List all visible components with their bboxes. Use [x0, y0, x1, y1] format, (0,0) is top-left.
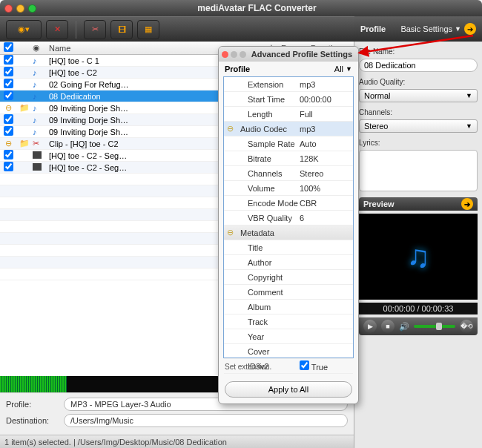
merge-button[interactable]: ▦ — [137, 20, 159, 39]
apply-to-all-button[interactable]: Apply to All — [225, 381, 352, 398]
adv-value[interactable]: Auto — [300, 139, 353, 148]
adv-zoom-button[interactable] — [240, 51, 246, 58]
adv-profile-label: Profile — [225, 65, 250, 73]
row-checkbox[interactable] — [4, 150, 13, 159]
expand-preview-button[interactable]: ➔ — [461, 198, 473, 210]
row-checkbox[interactable] — [4, 162, 13, 171]
adv-value[interactable]: True — [300, 360, 353, 372]
adv-value[interactable]: Stereo — [300, 169, 353, 178]
row-checkbox[interactable] — [4, 79, 13, 88]
adv-key: Length — [236, 110, 300, 119]
expand-profile-button[interactable]: ➔ — [464, 23, 476, 35]
adv-row[interactable]: ⊖Audio Codecmp3 — [224, 122, 353, 136]
adv-value[interactable]: 00:00:00 — [300, 95, 353, 104]
adv-minimize-button[interactable] — [231, 51, 237, 58]
profile-header-label: Profile — [360, 24, 386, 33]
lyrics-textarea[interactable] — [359, 150, 478, 191]
adv-row[interactable]: Bitrate128K — [224, 151, 353, 166]
disc-icon: ◉▾ — [18, 24, 30, 34]
music-icon: ♪ — [33, 116, 37, 125]
collapse-icon[interactable]: ⊖ — [5, 139, 12, 148]
adv-row[interactable]: Copyright — [224, 270, 353, 285]
adv-row[interactable]: Volume100% — [224, 181, 353, 196]
adv-property-list[interactable]: Extensionmp3Start Time00:00:00LengthFull… — [223, 76, 354, 358]
x-icon: ✕ — [54, 24, 61, 34]
scissors-icon: ✂ — [92, 24, 99, 34]
zoom-window-button[interactable] — [28, 4, 36, 13]
music-icon: ♪ — [33, 104, 37, 113]
preview-header: Preview ➔ — [359, 197, 478, 211]
adv-row[interactable]: Start Time00:00:00 — [224, 92, 353, 107]
adv-key: Encode Mode — [236, 199, 300, 208]
adv-value[interactable]: mp3 — [300, 125, 353, 134]
adv-value[interactable]: 128K — [300, 154, 353, 163]
adv-key: VBR Quality — [236, 214, 300, 223]
adv-row[interactable]: VBR Quality6 — [224, 211, 353, 225]
group-toggle-icon[interactable]: ⊖ — [224, 228, 236, 237]
adv-row[interactable]: Track — [224, 314, 353, 329]
row-checkbox[interactable] — [4, 67, 13, 76]
adv-row[interactable]: Comment — [224, 285, 353, 300]
folder-icon: 📁 — [19, 103, 30, 112]
snapshot-button[interactable]: �⟲ — [460, 320, 473, 333]
adv-key: Extension — [236, 80, 300, 89]
minimize-window-button[interactable] — [16, 4, 24, 13]
audio-quality-label: Audio Quality: — [359, 78, 478, 86]
volume-icon: 🔊 — [399, 322, 409, 332]
advanced-profile-window[interactable]: Advanced Profile Settings Profile All▼ E… — [218, 46, 359, 404]
adv-row[interactable]: LengthFull — [224, 107, 353, 122]
basic-settings-dropdown[interactable]: Basic Settings▼ — [400, 24, 461, 33]
adv-key: Start Time — [236, 95, 300, 104]
adv-row[interactable]: Cover — [224, 344, 353, 359]
adv-row[interactable]: Extensionmp3 — [224, 77, 353, 92]
adv-key: Channels — [236, 169, 300, 178]
adv-row[interactable]: ⊖Metadata — [224, 225, 353, 240]
group-toggle-icon[interactable]: ⊖ — [224, 124, 236, 134]
adv-value[interactable]: Full — [300, 110, 353, 119]
adv-key: Metadata — [236, 228, 300, 237]
adv-row[interactable]: Author — [224, 255, 353, 270]
adv-key: Audio Codec — [236, 125, 300, 134]
close-window-button[interactable] — [4, 4, 13, 13]
effects-button[interactable]: 🎞 — [110, 20, 133, 39]
adv-row[interactable]: Sample RateAuto — [224, 136, 353, 151]
adv-close-button[interactable] — [222, 51, 228, 58]
chevron-down-icon: ▼ — [466, 92, 472, 99]
adv-key: Title — [236, 243, 300, 252]
file-name-label: File Name: — [359, 47, 478, 56]
row-checkbox[interactable] — [4, 55, 13, 65]
volume-slider[interactable] — [414, 325, 455, 328]
adv-key: Album — [236, 303, 300, 312]
music-icon: ♪ — [33, 128, 37, 136]
collapse-icon[interactable]: ⊖ — [5, 103, 12, 112]
add-media-button[interactable]: ◉▾ — [6, 20, 42, 39]
select-all-checkbox[interactable] — [4, 42, 13, 52]
adv-value[interactable]: 100% — [300, 184, 353, 193]
preview-controls: ▶ ■ 🔊 �⟲ — [359, 317, 478, 335]
file-name-field[interactable]: 08 Dediication — [359, 59, 478, 72]
adv-value[interactable]: 6 — [300, 214, 353, 223]
preview-view: ♫ — [359, 214, 478, 300]
stop-button[interactable]: ■ — [381, 320, 394, 333]
adv-checkbox[interactable] — [300, 360, 309, 370]
row-checkbox[interactable] — [4, 114, 13, 124]
adv-row[interactable]: Encode ModeCBR — [224, 196, 353, 211]
adv-value[interactable]: mp3 — [300, 80, 353, 89]
adv-value[interactable]: CBR — [300, 199, 353, 208]
row-checkbox[interactable] — [4, 126, 13, 136]
audio-quality-select[interactable]: Normal▼ — [359, 89, 478, 102]
row-checkbox[interactable] — [4, 90, 13, 100]
adv-row[interactable]: Album — [224, 300, 353, 314]
channels-select[interactable]: Stereo▼ — [359, 119, 478, 133]
adv-row[interactable]: Title — [224, 240, 353, 255]
adv-all-dropdown[interactable]: All▼ — [334, 65, 352, 73]
cut-button[interactable]: ✂ — [84, 20, 106, 39]
adv-row[interactable]: ChannelsStereo — [224, 166, 353, 181]
adv-row[interactable]: Year — [224, 329, 353, 344]
folder-icon: 📁 — [19, 139, 30, 148]
adv-titlebar[interactable]: Advanced Profile Settings — [219, 47, 358, 62]
preview-time: 00:00:00 / 00:00:33 — [359, 303, 478, 314]
play-button[interactable]: ▶ — [363, 320, 377, 333]
delete-button[interactable]: ✕ — [46, 20, 68, 39]
destination-field[interactable]: /Users/Img/Music — [64, 414, 348, 427]
